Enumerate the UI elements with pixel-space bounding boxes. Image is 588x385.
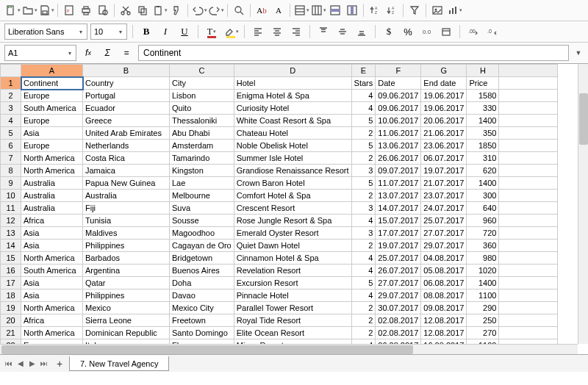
cell[interactable]: Freetown xyxy=(170,314,234,327)
cell[interactable]: Europe xyxy=(21,90,83,102)
cell[interactable]: 14.07.2017 xyxy=(376,202,421,215)
cell[interactable]: Asia xyxy=(21,277,83,289)
cell[interactable]: 30.07.2017 xyxy=(376,302,421,314)
scrollbar-thumb[interactable] xyxy=(1,345,413,354)
underline-button[interactable]: U xyxy=(176,24,193,40)
cell[interactable]: 330 xyxy=(467,102,499,115)
cell[interactable]: 09.07.2017 xyxy=(376,165,421,177)
cell[interactable]: 3 xyxy=(351,165,376,177)
cell[interactable]: 12.08.2017 xyxy=(421,314,467,327)
row-header[interactable]: 3 xyxy=(1,102,21,115)
row-ops-button[interactable] xyxy=(293,2,309,18)
spellcheck-toggle-button[interactable]: A xyxy=(270,2,287,18)
cell[interactable]: Country xyxy=(83,77,170,90)
cell[interactable]: Asia xyxy=(21,227,83,240)
cell[interactable]: Chateau Hotel xyxy=(234,127,351,140)
cell[interactable]: Philippines xyxy=(83,240,170,252)
new-document-button[interactable] xyxy=(4,2,21,18)
cell[interactable]: 19.07.2017 xyxy=(421,165,467,177)
row-header[interactable]: 21 xyxy=(1,327,21,339)
cell[interactable]: 640 xyxy=(467,202,499,215)
cell[interactable]: Grandiose Renaissance Resort xyxy=(234,165,351,177)
sort-asc-button[interactable]: AZ xyxy=(367,2,383,18)
row-header[interactable]: 2 xyxy=(1,90,21,102)
cell[interactable]: Portugal xyxy=(83,90,170,102)
cell[interactable]: 19.06.2017 xyxy=(421,90,467,102)
column-header[interactable]: D xyxy=(234,65,351,77)
bold-button[interactable]: B xyxy=(138,24,154,40)
cell[interactable]: 19.07.2017 xyxy=(376,240,421,252)
cell[interactable]: Cinnamon Hotel & Spa xyxy=(234,252,351,265)
cell[interactable]: Africa xyxy=(21,215,83,227)
cell[interactable]: Noble Obelisk Hotel xyxy=(234,140,351,152)
row-header[interactable]: 14 xyxy=(1,240,21,252)
cell[interactable]: 980 xyxy=(467,252,499,265)
row-header[interactable]: 20 xyxy=(1,314,21,327)
cell[interactable]: Rose Jungle Resort & Spa xyxy=(234,215,351,227)
cell[interactable]: Greece xyxy=(83,115,170,127)
column-header[interactable]: A xyxy=(21,65,83,77)
cell[interactable]: 360 xyxy=(467,240,499,252)
cell[interactable]: 250 xyxy=(467,314,499,327)
align-left-button[interactable] xyxy=(250,24,266,40)
column-header[interactable]: H xyxy=(467,65,499,77)
sheet-tab-active[interactable]: 7. New Travel Agency xyxy=(69,356,169,371)
cell[interactable]: 1400 xyxy=(467,115,499,127)
cell[interactable]: Lisbon xyxy=(170,90,234,102)
find-replace-button[interactable] xyxy=(231,2,247,18)
cell[interactable]: 23.07.2017 xyxy=(421,190,467,202)
cell[interactable]: Kingston xyxy=(170,165,234,177)
cell[interactable]: 5 xyxy=(351,115,376,127)
cell[interactable]: 310 xyxy=(467,152,499,165)
expand-formula-bar-button[interactable]: ▼ xyxy=(573,45,584,61)
cell[interactable]: Buenos Aires xyxy=(170,265,234,277)
cell[interactable]: City xyxy=(170,77,234,90)
cell[interactable]: 13.06.2017 xyxy=(376,140,421,152)
insert-image-button[interactable] xyxy=(429,2,445,18)
format-currency-button[interactable]: $ xyxy=(381,24,397,40)
formula-button[interactable]: = xyxy=(119,46,134,60)
font-size-combo[interactable]: ▾ xyxy=(90,24,127,40)
cell[interactable]: Jamaica xyxy=(83,165,170,177)
print-button[interactable] xyxy=(78,2,94,18)
cell[interactable]: Quiet Dawn Hotel xyxy=(234,240,351,252)
cell[interactable]: Excursion Resort xyxy=(234,277,351,289)
clone-formatting-button[interactable] xyxy=(168,2,184,18)
row-header[interactable]: 13 xyxy=(1,227,21,240)
cell[interactable]: Asia xyxy=(21,240,83,252)
cell[interactable]: Mexico xyxy=(83,302,170,314)
tab-next-button[interactable]: ▶ xyxy=(26,357,38,370)
redo-button[interactable] xyxy=(208,2,224,18)
vertical-scrollbar[interactable] xyxy=(578,64,588,344)
font-color-button[interactable]: T xyxy=(204,24,220,40)
cell[interactable]: Maldives xyxy=(83,227,170,240)
tab-last-button[interactable]: ⏭ xyxy=(38,357,50,370)
cell[interactable]: Tunisia xyxy=(83,215,170,227)
cell[interactable]: 08.08.2017 xyxy=(421,289,467,302)
insert-chart-button[interactable] xyxy=(446,2,462,18)
cell[interactable]: 21.07.2017 xyxy=(421,177,467,190)
cell[interactable]: 270 xyxy=(467,327,499,339)
cell[interactable]: 02.08.2017 xyxy=(376,314,421,327)
row-header[interactable]: 6 xyxy=(1,140,21,152)
export-pdf-button[interactable]: P xyxy=(61,2,77,18)
cell[interactable]: 27.07.2017 xyxy=(421,227,467,240)
cell[interactable]: Barbados xyxy=(83,252,170,265)
column-header[interactable]: C xyxy=(170,65,234,77)
row-header[interactable]: 19 xyxy=(1,302,21,314)
align-top-button[interactable] xyxy=(315,24,331,40)
align-center-button[interactable] xyxy=(269,24,285,40)
chevron-down-icon[interactable]: ▾ xyxy=(64,50,76,57)
cell[interactable]: 25.07.2017 xyxy=(376,252,421,265)
cell[interactable]: Costa Rica xyxy=(83,152,170,165)
cell[interactable]: Continent xyxy=(21,77,83,90)
cell[interactable]: 26.07.2017 xyxy=(376,265,421,277)
cell[interactable]: 5 xyxy=(351,140,376,152)
cell[interactable]: North America xyxy=(21,165,83,177)
cell[interactable]: 4 xyxy=(351,252,376,265)
row-header[interactable]: 1 xyxy=(1,77,21,90)
row-header[interactable]: 9 xyxy=(1,177,21,190)
cell[interactable]: 17.07.2017 xyxy=(376,227,421,240)
cell[interactable]: Price xyxy=(467,77,499,90)
cell[interactable]: Netherlands xyxy=(83,140,170,152)
